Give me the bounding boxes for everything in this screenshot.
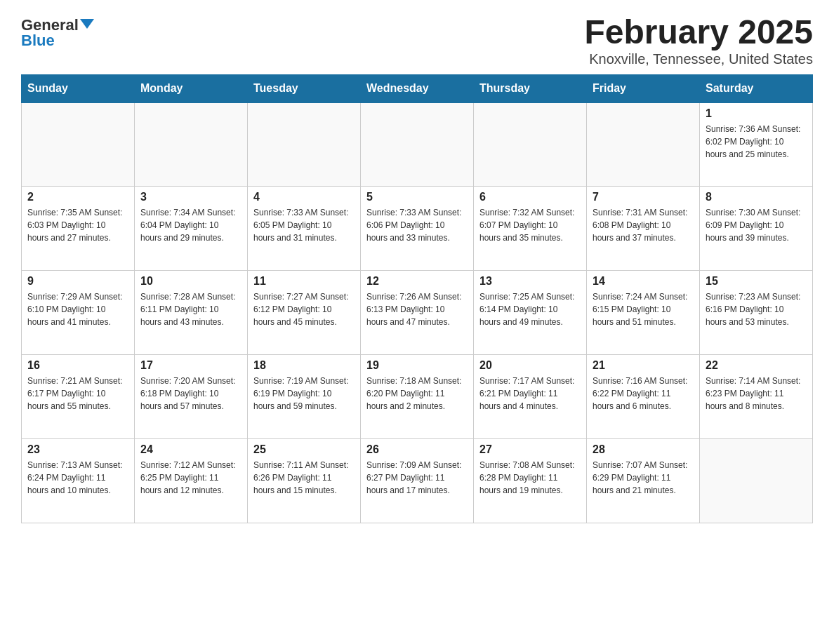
col-friday: Friday: [587, 74, 700, 102]
calendar-cell: 12Sunrise: 7:26 AM Sunset: 6:13 PM Dayli…: [361, 271, 474, 355]
logo-triangle-icon: [80, 19, 94, 29]
day-number: 11: [253, 275, 355, 288]
col-tuesday: Tuesday: [248, 74, 361, 102]
calendar-title: February 2025: [584, 14, 813, 51]
day-number: 14: [593, 275, 694, 288]
day-info: Sunrise: 7:32 AM Sunset: 6:07 PM Dayligh…: [479, 206, 581, 244]
day-number: 20: [479, 359, 581, 372]
day-number: 21: [593, 359, 694, 372]
day-info: Sunrise: 7:30 AM Sunset: 6:09 PM Dayligh…: [706, 206, 807, 244]
calendar-cell: [135, 102, 248, 187]
calendar-cell: [474, 102, 587, 187]
day-info: Sunrise: 7:34 AM Sunset: 6:04 PM Dayligh…: [140, 206, 241, 244]
day-info: Sunrise: 7:27 AM Sunset: 6:12 PM Dayligh…: [253, 290, 355, 328]
day-info: Sunrise: 7:28 AM Sunset: 6:11 PM Dayligh…: [140, 290, 241, 328]
day-info: Sunrise: 7:16 AM Sunset: 6:22 PM Dayligh…: [593, 375, 694, 412]
calendar-cell: 28Sunrise: 7:07 AM Sunset: 6:29 PM Dayli…: [587, 439, 700, 523]
calendar-cell: 19Sunrise: 7:18 AM Sunset: 6:20 PM Dayli…: [361, 355, 474, 439]
calendar-cell: 25Sunrise: 7:11 AM Sunset: 6:26 PM Dayli…: [248, 439, 361, 523]
logo-general-text: General: [21, 18, 79, 33]
calendar-cell: 17Sunrise: 7:20 AM Sunset: 6:18 PM Dayli…: [135, 355, 248, 439]
day-info: Sunrise: 7:18 AM Sunset: 6:20 PM Dayligh…: [366, 375, 468, 412]
day-info: Sunrise: 7:08 AM Sunset: 6:28 PM Dayligh…: [479, 459, 581, 497]
day-number: 17: [140, 359, 241, 372]
day-number: 24: [140, 443, 241, 456]
logo: General Blue: [21, 14, 94, 48]
calendar-cell: 24Sunrise: 7:12 AM Sunset: 6:25 PM Dayli…: [135, 439, 248, 523]
day-info: Sunrise: 7:33 AM Sunset: 6:05 PM Dayligh…: [253, 206, 355, 244]
day-number: 4: [253, 191, 355, 203]
day-info: Sunrise: 7:17 AM Sunset: 6:21 PM Dayligh…: [479, 375, 581, 412]
day-number: 22: [706, 359, 807, 372]
calendar-cell: 4Sunrise: 7:33 AM Sunset: 6:05 PM Daylig…: [248, 187, 361, 271]
calendar-table: Sunday Monday Tuesday Wednesday Thursday…: [21, 74, 813, 524]
calendar-cell: 14Sunrise: 7:24 AM Sunset: 6:15 PM Dayli…: [587, 271, 700, 355]
calendar-cell: 3Sunrise: 7:34 AM Sunset: 6:04 PM Daylig…: [135, 187, 248, 271]
calendar-cell: 9Sunrise: 7:29 AM Sunset: 6:10 PM Daylig…: [22, 271, 135, 355]
day-number: 6: [479, 191, 581, 203]
col-sunday: Sunday: [22, 74, 135, 102]
day-number: 25: [253, 443, 355, 456]
day-number: 23: [27, 443, 128, 456]
calendar-cell: 20Sunrise: 7:17 AM Sunset: 6:21 PM Dayli…: [474, 355, 587, 439]
day-number: 27: [479, 443, 581, 456]
calendar-cell: 18Sunrise: 7:19 AM Sunset: 6:19 PM Dayli…: [248, 355, 361, 439]
location-subtitle: Knoxville, Tennessee, United States: [584, 51, 813, 67]
calendar-week-2: 2Sunrise: 7:35 AM Sunset: 6:03 PM Daylig…: [22, 187, 813, 271]
calendar-cell: [587, 102, 700, 187]
day-info: Sunrise: 7:33 AM Sunset: 6:06 PM Dayligh…: [366, 206, 468, 244]
header-row: Sunday Monday Tuesday Wednesday Thursday…: [22, 74, 813, 102]
day-info: Sunrise: 7:13 AM Sunset: 6:24 PM Dayligh…: [27, 459, 128, 497]
day-info: Sunrise: 7:23 AM Sunset: 6:16 PM Dayligh…: [706, 290, 807, 328]
day-number: 7: [593, 191, 694, 203]
col-thursday: Thursday: [474, 74, 587, 102]
calendar-cell: 26Sunrise: 7:09 AM Sunset: 6:27 PM Dayli…: [361, 439, 474, 523]
calendar-cell: [700, 439, 813, 523]
calendar-cell: 15Sunrise: 7:23 AM Sunset: 6:16 PM Dayli…: [700, 271, 813, 355]
day-number: 15: [706, 275, 807, 288]
day-number: 8: [706, 191, 807, 203]
calendar-cell: 23Sunrise: 7:13 AM Sunset: 6:24 PM Dayli…: [22, 439, 135, 523]
calendar-cell: 10Sunrise: 7:28 AM Sunset: 6:11 PM Dayli…: [135, 271, 248, 355]
calendar-cell: [22, 102, 135, 187]
page-header: General Blue February 2025 Knoxville, Te…: [21, 14, 813, 67]
calendar-cell: 27Sunrise: 7:08 AM Sunset: 6:28 PM Dayli…: [474, 439, 587, 523]
day-info: Sunrise: 7:20 AM Sunset: 6:18 PM Dayligh…: [140, 375, 241, 412]
day-info: Sunrise: 7:31 AM Sunset: 6:08 PM Dayligh…: [593, 206, 694, 244]
calendar-cell: 16Sunrise: 7:21 AM Sunset: 6:17 PM Dayli…: [22, 355, 135, 439]
calendar-body: 1Sunrise: 7:36 AM Sunset: 6:02 PM Daylig…: [22, 102, 813, 523]
day-info: Sunrise: 7:19 AM Sunset: 6:19 PM Dayligh…: [253, 375, 355, 412]
col-wednesday: Wednesday: [361, 74, 474, 102]
calendar-week-4: 16Sunrise: 7:21 AM Sunset: 6:17 PM Dayli…: [22, 355, 813, 439]
calendar-cell: 7Sunrise: 7:31 AM Sunset: 6:08 PM Daylig…: [587, 187, 700, 271]
day-info: Sunrise: 7:36 AM Sunset: 6:02 PM Dayligh…: [706, 123, 807, 161]
day-info: Sunrise: 7:24 AM Sunset: 6:15 PM Dayligh…: [593, 290, 694, 328]
day-number: 3: [140, 191, 241, 203]
day-number: 5: [366, 191, 468, 203]
day-info: Sunrise: 7:29 AM Sunset: 6:10 PM Dayligh…: [27, 290, 128, 328]
day-number: 28: [593, 443, 694, 456]
day-info: Sunrise: 7:11 AM Sunset: 6:26 PM Dayligh…: [253, 459, 355, 497]
day-number: 1: [706, 107, 807, 120]
day-number: 16: [27, 359, 128, 372]
col-saturday: Saturday: [700, 74, 813, 102]
day-number: 12: [366, 275, 468, 288]
calendar-week-3: 9Sunrise: 7:29 AM Sunset: 6:10 PM Daylig…: [22, 271, 813, 355]
day-number: 19: [366, 359, 468, 372]
calendar-cell: 6Sunrise: 7:32 AM Sunset: 6:07 PM Daylig…: [474, 187, 587, 271]
day-info: Sunrise: 7:14 AM Sunset: 6:23 PM Dayligh…: [706, 375, 807, 412]
calendar-cell: 8Sunrise: 7:30 AM Sunset: 6:09 PM Daylig…: [700, 187, 813, 271]
calendar-cell: 1Sunrise: 7:36 AM Sunset: 6:02 PM Daylig…: [700, 102, 813, 187]
calendar-cell: 22Sunrise: 7:14 AM Sunset: 6:23 PM Dayli…: [700, 355, 813, 439]
calendar-week-5: 23Sunrise: 7:13 AM Sunset: 6:24 PM Dayli…: [22, 439, 813, 523]
day-info: Sunrise: 7:26 AM Sunset: 6:13 PM Dayligh…: [366, 290, 468, 328]
day-info: Sunrise: 7:35 AM Sunset: 6:03 PM Dayligh…: [27, 206, 128, 244]
day-info: Sunrise: 7:09 AM Sunset: 6:27 PM Dayligh…: [366, 459, 468, 497]
day-number: 13: [479, 275, 581, 288]
day-info: Sunrise: 7:21 AM Sunset: 6:17 PM Dayligh…: [27, 375, 128, 412]
calendar-cell: 11Sunrise: 7:27 AM Sunset: 6:12 PM Dayli…: [248, 271, 361, 355]
calendar-cell: 13Sunrise: 7:25 AM Sunset: 6:14 PM Dayli…: [474, 271, 587, 355]
logo-blue-text: Blue: [21, 33, 55, 48]
calendar-cell: 5Sunrise: 7:33 AM Sunset: 6:06 PM Daylig…: [361, 187, 474, 271]
day-number: 2: [27, 191, 128, 203]
